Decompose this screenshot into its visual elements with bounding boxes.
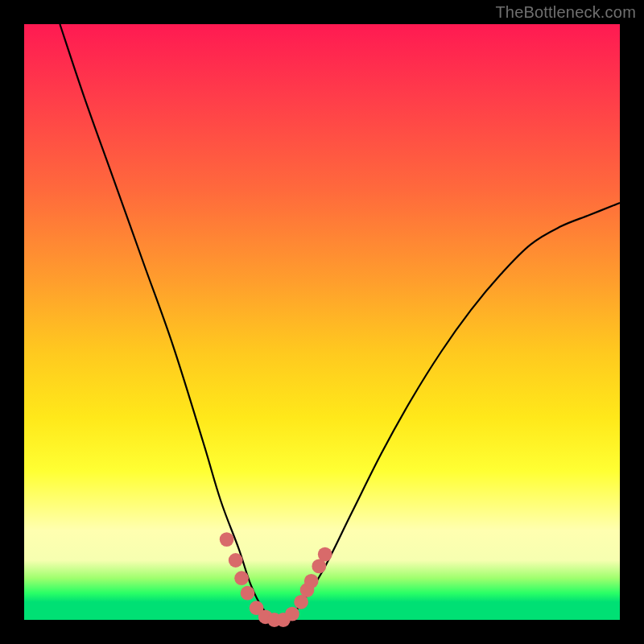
chart-frame: TheBottleneck.com: [0, 0, 644, 644]
watermark-label: TheBottleneck.com: [495, 3, 636, 22]
curve-marker: [318, 547, 332, 562]
curve-marker: [285, 607, 299, 621]
curve-marker: [220, 532, 234, 547]
bottleneck-curve: [60, 24, 620, 621]
curve-marker: [304, 574, 319, 588]
curve-marker: [229, 553, 243, 568]
curve-layer: [24, 24, 620, 620]
curve-marker: [234, 571, 249, 585]
curve-markers: [220, 532, 332, 627]
plot-area: [24, 24, 620, 620]
curve-marker: [241, 586, 255, 601]
